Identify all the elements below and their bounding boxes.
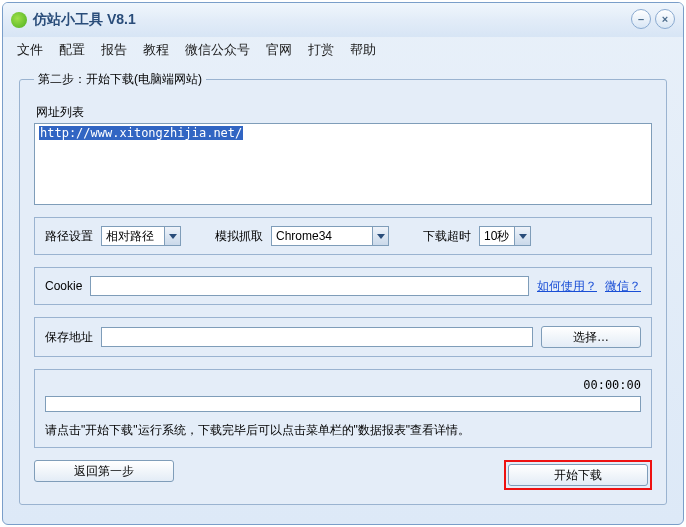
back-button[interactable]: 返回第一步 [34, 460, 174, 482]
how-to-use-link[interactable]: 如何使用？ [537, 278, 597, 295]
url-list-input[interactable]: http://www.xitongzhijia.net/ [34, 123, 652, 205]
grab-label: 模拟抓取 [215, 228, 263, 245]
url-list-label: 网址列表 [36, 104, 652, 121]
timeout-select[interactable]: 10秒 [479, 226, 531, 246]
start-download-button[interactable]: 开始下载 [508, 464, 648, 486]
menu-donate[interactable]: 打赏 [308, 41, 334, 59]
cookie-input[interactable] [90, 276, 529, 296]
app-title: 仿站小工具 V8.1 [33, 11, 136, 29]
menu-file[interactable]: 文件 [17, 41, 43, 59]
grab-value: Chrome34 [272, 229, 372, 243]
url-value: http://www.xitongzhijia.net/ [39, 126, 243, 140]
menu-wechat[interactable]: 微信公众号 [185, 41, 250, 59]
path-label: 路径设置 [45, 228, 93, 245]
window-controls: – × [631, 9, 675, 29]
path-value: 相对路径 [102, 228, 164, 245]
chevron-down-icon [164, 227, 180, 245]
wechat-link[interactable]: 微信？ [605, 278, 641, 295]
timeout-value: 10秒 [480, 228, 514, 245]
save-panel: 保存地址 选择… [34, 317, 652, 357]
close-button[interactable]: × [655, 9, 675, 29]
chevron-down-icon [514, 227, 530, 245]
grab-select[interactable]: Chrome34 [271, 226, 389, 246]
hint-text: 请点击"开始下载"运行系统，下载完毕后可以点击菜单栏的"数据报表"查看详情。 [45, 422, 641, 439]
menubar: 文件 配置 报告 教程 微信公众号 官网 打赏 帮助 [3, 37, 683, 63]
app-icon [11, 12, 27, 28]
menu-help[interactable]: 帮助 [350, 41, 376, 59]
step-legend: 第二步：开始下载(电脑端网站) [34, 71, 206, 88]
cookie-panel: Cookie 如何使用？ 微信？ [34, 267, 652, 305]
app-window: 仿站小工具 V8.1 – × 文件 配置 报告 教程 微信公众号 官网 打赏 帮… [2, 2, 684, 525]
step-group: 第二步：开始下载(电脑端网站) 网址列表 http://www.xitongzh… [19, 71, 667, 505]
cookie-label: Cookie [45, 279, 82, 293]
timeout-label: 下载超时 [423, 228, 471, 245]
save-path-input[interactable] [101, 327, 533, 347]
elapsed-timer: 00:00:00 [45, 378, 641, 392]
save-label: 保存地址 [45, 329, 93, 346]
path-select[interactable]: 相对路径 [101, 226, 181, 246]
content: 第二步：开始下载(电脑端网站) 网址列表 http://www.xitongzh… [3, 63, 683, 517]
browse-button[interactable]: 选择… [541, 326, 641, 348]
minimize-button[interactable]: – [631, 9, 651, 29]
highlight-box: 开始下载 [504, 460, 652, 490]
options-panel: 路径设置 相对路径 模拟抓取 Chrome34 下载超时 10秒 [34, 217, 652, 255]
progress-panel: 00:00:00 请点击"开始下载"运行系统，下载完毕后可以点击菜单栏的"数据报… [34, 369, 652, 448]
menu-website[interactable]: 官网 [266, 41, 292, 59]
chevron-down-icon [372, 227, 388, 245]
menu-report[interactable]: 报告 [101, 41, 127, 59]
titlebar: 仿站小工具 V8.1 – × [3, 3, 683, 37]
menu-tutorial[interactable]: 教程 [143, 41, 169, 59]
bottom-buttons: 返回第一步 开始下载 [34, 460, 652, 490]
menu-config[interactable]: 配置 [59, 41, 85, 59]
progress-bar [45, 396, 641, 412]
